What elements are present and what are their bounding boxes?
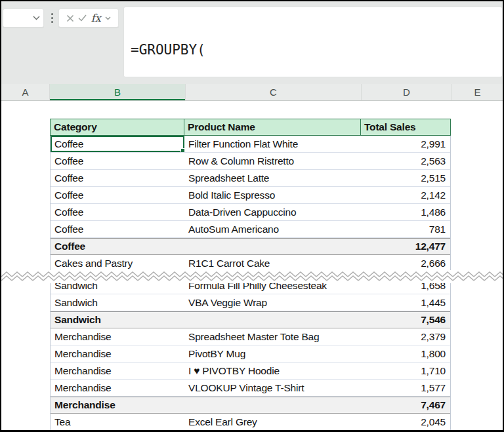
- subtotal-row: Merchandise 7,467: [51, 397, 450, 414]
- total-cell[interactable]: 781: [361, 221, 450, 237]
- column-header-e[interactable]: E: [452, 84, 503, 100]
- table-row: Tea Excel Earl Grey 2,045: [51, 414, 450, 431]
- table-row: Cakes and Pastry R1C1 Carrot Cake 2,666: [51, 255, 450, 272]
- category-cell[interactable]: Merchandise: [51, 397, 184, 413]
- kebab-separator-icon[interactable]: [48, 9, 56, 28]
- header-category[interactable]: Category: [51, 119, 184, 135]
- product-cell[interactable]: Row & Column Ristretto: [184, 153, 361, 169]
- category-cell[interactable]: Coffee: [51, 187, 184, 203]
- total-cell[interactable]: 2,666: [361, 255, 450, 271]
- product-cell[interactable]: [184, 397, 361, 413]
- table-row: Merchandise VLOOKUP Vintage T-Shirt 1,57…: [51, 380, 450, 397]
- product-cell[interactable]: Filter Function Flat White: [184, 136, 361, 152]
- total-cell[interactable]: 7,467: [361, 397, 450, 413]
- total-cell[interactable]: 2,379: [361, 328, 450, 345]
- table-row: Merchandise Spreadsheet Master Tote Bag …: [51, 328, 450, 345]
- column-header-c[interactable]: C: [186, 84, 362, 100]
- table-body: Coffee Filter Function Flat White 2,991 …: [50, 136, 451, 431]
- total-cell[interactable]: 2,991: [361, 136, 450, 152]
- category-cell[interactable]: Coffee: [51, 239, 184, 254]
- excel-window: fx =GROUPBY( CHOOSECOLS(tblSales,5,4), t…: [0, 0, 504, 432]
- product-cell[interactable]: VBA Veggie Wrap: [184, 294, 361, 311]
- category-cell[interactable]: Cakes and Pastry: [51, 255, 184, 271]
- total-cell[interactable]: 2,515: [361, 170, 450, 186]
- total-cell[interactable]: 2,563: [361, 153, 450, 169]
- category-cell[interactable]: Merchandise: [51, 380, 184, 396]
- total-cell[interactable]: 12,477: [361, 239, 450, 254]
- table-row: Coffee Spreadsheet Latte 2,515: [51, 170, 450, 187]
- product-cell[interactable]: R1C1 Carrot Cake: [184, 255, 361, 271]
- category-cell[interactable]: Coffee: [51, 153, 184, 169]
- total-cell[interactable]: 1,577: [361, 380, 450, 396]
- category-cell[interactable]: Merchandise: [51, 363, 184, 379]
- column-header-strip: A B C D E: [1, 84, 503, 101]
- product-cell[interactable]: VLOOKUP Vintage T-Shirt: [184, 380, 361, 396]
- category-cell-selected[interactable]: Coffee: [51, 136, 184, 152]
- hidden-rows-gap: [51, 272, 450, 277]
- total-cell[interactable]: 1,800: [361, 345, 450, 362]
- subtotal-row: Coffee 12,477: [51, 238, 450, 255]
- product-cell[interactable]: AutoSum Americano: [184, 221, 361, 237]
- category-cell[interactable]: Sandwich: [51, 277, 184, 294]
- table-row: Coffee Row & Column Ristretto 2,563: [51, 153, 450, 170]
- total-cell[interactable]: 2,045: [361, 414, 450, 430]
- formula-bar-chrome: fx =GROUPBY( CHOOSECOLS(tblSales,5,4), t…: [1, 1, 503, 84]
- total-cell[interactable]: 7,546: [361, 312, 450, 328]
- table-row: Sandwich VBA Veggie Wrap 1,445: [51, 294, 450, 311]
- table-row: Coffee Filter Function Flat White 2,991: [51, 136, 450, 153]
- table-row: Coffee AutoSum Americano 781: [51, 221, 450, 238]
- category-cell[interactable]: Sandwich: [51, 294, 184, 311]
- cancel-icon[interactable]: [66, 14, 74, 22]
- category-cell[interactable]: Sandwich: [51, 312, 184, 328]
- total-cell[interactable]: 2,142: [361, 187, 450, 203]
- product-cell[interactable]: Bold Italic Espresso: [184, 187, 361, 203]
- column-header-d[interactable]: D: [362, 84, 452, 100]
- total-cell[interactable]: 1,486: [361, 204, 450, 220]
- product-cell[interactable]: PivotBY Mug: [184, 345, 361, 362]
- category-cell[interactable]: Coffee: [51, 221, 184, 237]
- groupby-result-table: Category Product Name Total Sales Coffee…: [50, 119, 451, 431]
- product-cell[interactable]: Spreadsheet Latte: [184, 170, 361, 186]
- category-cell[interactable]: Tea: [51, 414, 184, 430]
- table-row: Coffee Bold Italic Espresso 2,142: [51, 187, 450, 204]
- product-cell[interactable]: Formula Fill Philly Cheesesteak: [184, 277, 361, 294]
- total-cell[interactable]: 1,445: [361, 294, 450, 311]
- insert-function-icon[interactable]: fx: [91, 13, 101, 24]
- category-cell[interactable]: Coffee: [51, 170, 184, 186]
- formula-bar-input[interactable]: =GROUPBY( CHOOSECOLS(tblSales,5,4), tblS…: [123, 7, 503, 77]
- product-cell[interactable]: Data-Driven Cappuccino: [184, 204, 361, 220]
- column-header-a[interactable]: A: [1, 84, 50, 100]
- header-total-sales[interactable]: Total Sales: [361, 119, 450, 135]
- enter-check-icon[interactable]: [78, 14, 87, 22]
- product-cell[interactable]: I ♥ PIVOTBY Hoodie: [184, 363, 361, 379]
- product-cell[interactable]: Excel Earl Grey: [184, 414, 361, 430]
- product-cell[interactable]: [184, 239, 361, 254]
- table-row: Merchandise I ♥ PIVOTBY Hoodie 1,710: [51, 363, 450, 380]
- product-cell[interactable]: [184, 312, 361, 328]
- total-cell[interactable]: 1,658: [361, 277, 450, 294]
- subtotal-row: Sandwich 7,546: [51, 311, 450, 328]
- formula-line: =GROUPBY(: [131, 42, 495, 58]
- header-product-name[interactable]: Product Name: [184, 119, 361, 135]
- product-cell[interactable]: Spreadsheet Master Tote Bag: [184, 328, 361, 345]
- category-cell[interactable]: Merchandise: [51, 345, 184, 362]
- chevron-down-icon[interactable]: [105, 16, 111, 20]
- table-row: Merchandise PivotBY Mug 1,800: [51, 345, 450, 363]
- table-header-row: Category Product Name Total Sales: [50, 119, 451, 136]
- table-row: Coffee Data-Driven Cappuccino 1,486: [51, 204, 450, 221]
- chevron-down-icon[interactable]: [33, 16, 40, 20]
- formula-toolbar: fx: [58, 9, 119, 28]
- table-row: Sandwich Formula Fill Philly Cheesesteak…: [51, 277, 450, 294]
- column-header-b[interactable]: B: [50, 84, 186, 100]
- category-cell[interactable]: Coffee: [51, 204, 184, 220]
- name-box[interactable]: [3, 9, 44, 28]
- category-cell[interactable]: Merchandise: [51, 328, 184, 345]
- total-cell[interactable]: 1,710: [361, 363, 450, 379]
